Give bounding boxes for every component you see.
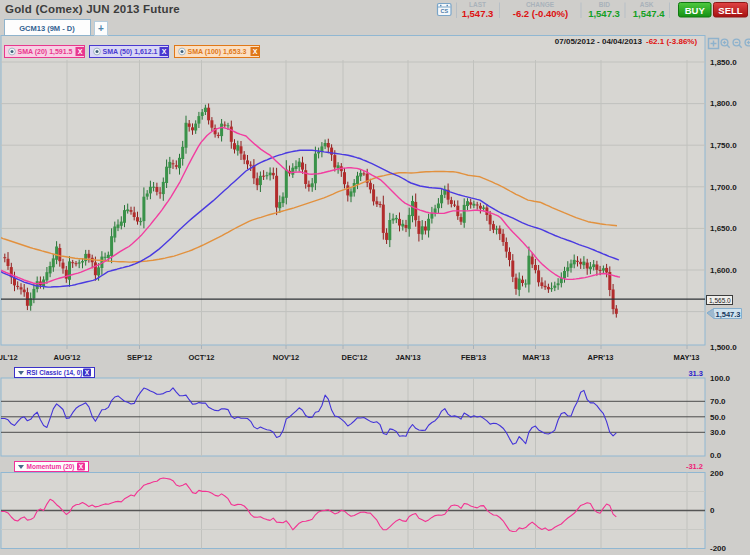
svg-text:AUG'12: AUG'12 (54, 353, 81, 362)
svg-text:30.0: 30.0 (710, 428, 726, 437)
svg-text:JUL'12: JUL'12 (0, 353, 18, 362)
svg-text:0: 0 (710, 506, 715, 515)
svg-text:1,547.4: 1,547.4 (633, 8, 665, 19)
svg-text:50.0: 50.0 (710, 413, 726, 422)
svg-text:NOV'12: NOV'12 (273, 353, 299, 362)
svg-text:SMA (20) 1,591.5: SMA (20) 1,591.5 (18, 48, 73, 56)
svg-text:CS: CS (441, 8, 449, 14)
svg-text:1,547.3: 1,547.3 (588, 8, 620, 19)
svg-text:X: X (78, 48, 83, 55)
svg-text:31.3: 31.3 (688, 369, 703, 378)
svg-text:OCT'12: OCT'12 (189, 353, 215, 362)
svg-text:100.0: 100.0 (710, 374, 731, 383)
svg-text:APR'13: APR'13 (588, 353, 614, 362)
svg-text:07/05/2012 - 04/04/2013: 07/05/2012 - 04/04/2013 (555, 37, 643, 46)
svg-text:-62.1 (-3.86%): -62.1 (-3.86%) (646, 37, 697, 46)
svg-text:-200: -200 (710, 544, 727, 553)
svg-text:X: X (162, 48, 167, 55)
svg-text:SMA (50) 1,612.1: SMA (50) 1,612.1 (103, 48, 158, 56)
svg-text:1,800.0: 1,800.0 (710, 99, 737, 108)
svg-text:200: 200 (710, 469, 724, 478)
svg-text:1,547.3: 1,547.3 (716, 310, 741, 319)
svg-text:0.0: 0.0 (710, 451, 722, 460)
svg-text:FEB'13: FEB'13 (461, 353, 486, 362)
svg-text:Gold (Comex) JUN 2013 Future: Gold (Comex) JUN 2013 Future (5, 3, 180, 15)
svg-text:SEP'12: SEP'12 (127, 353, 152, 362)
svg-text:GCM13 (9M - D): GCM13 (9M - D) (19, 24, 75, 33)
svg-text:1,500.0: 1,500.0 (710, 343, 737, 352)
svg-text:SELL: SELL (718, 5, 742, 16)
svg-text:X: X (85, 369, 90, 376)
svg-text:1,565.0: 1,565.0 (709, 297, 731, 304)
svg-text:BUY: BUY (685, 5, 706, 16)
svg-text:70.0: 70.0 (710, 397, 726, 406)
svg-text:1,750.0: 1,750.0 (710, 141, 737, 150)
svg-text:SMA (100) 1,653.3: SMA (100) 1,653.3 (188, 48, 247, 56)
svg-text:1,547.3: 1,547.3 (462, 8, 494, 19)
svg-text:+: + (98, 23, 104, 34)
svg-text:1,600.0: 1,600.0 (710, 266, 737, 275)
svg-text:MAR'13: MAR'13 (522, 353, 549, 362)
svg-text:-6.2 (-0.40%): -6.2 (-0.40%) (513, 8, 568, 19)
svg-text:-31.2: -31.2 (686, 462, 703, 471)
svg-text:1,650.0: 1,650.0 (710, 224, 737, 233)
svg-text:X: X (253, 48, 258, 55)
svg-text:RSI Classic (14, 0): RSI Classic (14, 0) (27, 369, 83, 377)
svg-text:JAN'13: JAN'13 (395, 353, 420, 362)
svg-text:1,850.0: 1,850.0 (710, 58, 737, 67)
svg-text:DEC'12: DEC'12 (342, 353, 368, 362)
svg-text:1,700.0: 1,700.0 (710, 183, 737, 192)
svg-text:MAY'13: MAY'13 (673, 353, 699, 362)
svg-text:X: X (79, 463, 84, 470)
svg-text:Momentum (20): Momentum (20) (27, 463, 75, 471)
